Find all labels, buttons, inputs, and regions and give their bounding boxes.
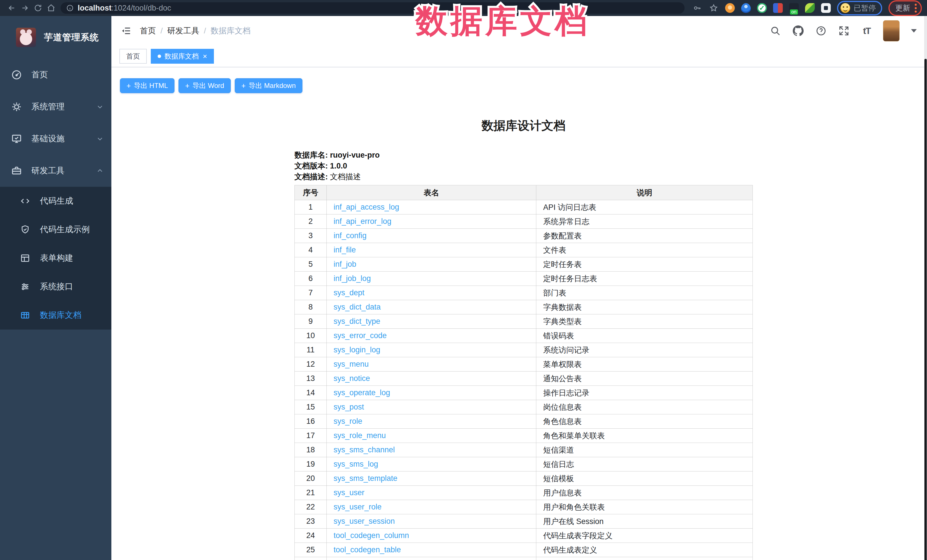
- table-name-link[interactable]: sys_role_menu: [334, 431, 386, 440]
- row-description: 系统访问记录: [536, 343, 753, 357]
- search-icon[interactable]: [769, 24, 782, 37]
- sidebar-item-label: 数据库文档: [40, 310, 104, 321]
- url-host: localhost: [78, 4, 112, 12]
- browser-home-button[interactable]: [44, 2, 58, 15]
- table-name-link[interactable]: sys_dict_type: [334, 317, 380, 326]
- table-name-link[interactable]: sys_user_role: [334, 502, 381, 511]
- table-name-link[interactable]: sys_login_log: [334, 346, 380, 354]
- table-row: 9sys_dict_type字典类型表: [295, 314, 753, 329]
- paused-chip[interactable]: 已暂停: [837, 1, 882, 15]
- export-html-button[interactable]: +导出 HTML: [120, 78, 175, 93]
- table-name-link[interactable]: inf_api_access_log: [334, 203, 399, 211]
- table-name-link[interactable]: tool_codegen_column: [334, 531, 409, 540]
- sidebar-item-home[interactable]: 首页: [0, 59, 111, 91]
- sidebar-item-api[interactable]: 系统接口: [0, 272, 111, 301]
- app-logo: [16, 28, 36, 47]
- sidebar-item-system[interactable]: 系统管理: [0, 91, 111, 123]
- table-name-link[interactable]: sys_dept: [334, 288, 365, 297]
- table-name-link[interactable]: sys_user: [334, 488, 365, 497]
- row-description: 字典类型表: [536, 557, 753, 560]
- table-name-link[interactable]: sys_role: [334, 417, 362, 425]
- tab-db-doc[interactable]: 数据库文档 ×: [151, 49, 214, 64]
- chevron-down-icon[interactable]: [911, 29, 917, 33]
- extension-check-icon[interactable]: [757, 3, 767, 13]
- table-row: 24tool_codegen_column代码生成表字段定义: [295, 528, 753, 543]
- sidebar-item-infra[interactable]: 基础设施: [0, 123, 111, 155]
- row-description: 角色和菜单关联表: [536, 429, 753, 443]
- table-row: 6inf_job_log定时任务日志表: [295, 272, 753, 286]
- table-name-link[interactable]: tool_codegen_table: [334, 545, 401, 554]
- row-index: 11: [295, 343, 327, 357]
- dashboard-icon: [10, 68, 23, 81]
- extension-grid-icon[interactable]: [773, 3, 783, 13]
- export-word-button[interactable]: +导出 Word: [178, 78, 231, 93]
- table-name-link[interactable]: inf_config: [334, 231, 367, 240]
- scrollbar-thumb[interactable]: [924, 59, 927, 560]
- breadcrumb: 首页 / 研发工具 / 数据库文档: [140, 26, 769, 36]
- breadcrumb-devtools: 研发工具: [167, 26, 199, 36]
- sliders-icon: [19, 281, 31, 293]
- help-icon[interactable]: [815, 24, 828, 37]
- sidebar: 芋道管理系统 首页 系统管理: [0, 16, 111, 560]
- table-name-link[interactable]: sys_sms_log: [334, 460, 378, 468]
- table-name-link[interactable]: sys_user_session: [334, 517, 395, 525]
- tab-home[interactable]: 首页: [119, 49, 147, 64]
- column-header-name: 表名: [327, 185, 536, 200]
- table-name-link[interactable]: sys_menu: [334, 360, 369, 369]
- row-description: 用户信息表: [536, 486, 753, 500]
- table-name-link[interactable]: inf_job_log: [334, 274, 371, 283]
- sidebar-item-devtools[interactable]: 研发工具: [0, 155, 111, 187]
- table-name-link[interactable]: sys_sms_channel: [334, 446, 395, 454]
- tables-overview-table: 序号 表名 说明 1inf_api_access_logAPI 访问日志表2in…: [295, 185, 753, 560]
- tab-close-icon[interactable]: ×: [203, 53, 207, 60]
- table-name-link[interactable]: inf_file: [334, 246, 356, 254]
- sidebar-item-form-builder[interactable]: 表单构建: [0, 244, 111, 272]
- browser-reload-button[interactable]: [31, 2, 44, 15]
- table-name-link[interactable]: inf_job: [334, 260, 356, 269]
- browser-update-chip[interactable]: 更新: [889, 0, 922, 16]
- app-header: 首页 / 研发工具 / 数据库文档: [111, 16, 927, 46]
- table-name-link[interactable]: sys_sms_template: [334, 474, 398, 483]
- github-icon[interactable]: [792, 24, 805, 37]
- password-key-icon[interactable]: [692, 3, 702, 13]
- table-name-link[interactable]: sys_notice: [334, 374, 370, 382]
- address-bar[interactable]: localhost:1024/tool/db-doc: [61, 2, 685, 14]
- extensions-puzzle-icon[interactable]: [821, 3, 831, 13]
- table-name-link[interactable]: sys_post: [334, 403, 364, 411]
- page-scrollbar[interactable]: [924, 16, 927, 560]
- table-name-link[interactable]: inf_api_error_log: [334, 217, 392, 226]
- table-name-link[interactable]: sys_error_code: [334, 331, 387, 340]
- extension-on-badge-icon[interactable]: [789, 3, 799, 13]
- site-info-icon[interactable]: [66, 4, 74, 12]
- document-title: 数据库设计文档: [295, 118, 752, 134]
- extension-pin-icon[interactable]: [741, 3, 751, 13]
- table-row: 12sys_menu菜单权限表: [295, 357, 753, 372]
- row-description: 字典类型表: [536, 314, 753, 329]
- row-description: 定时任务日志表: [536, 272, 753, 286]
- export-markdown-button[interactable]: +导出 Markdown: [235, 78, 302, 93]
- sidebar-item-db-doc[interactable]: 数据库文档: [0, 301, 111, 329]
- table-row: 14sys_operate_log操作日志记录: [295, 386, 753, 400]
- font-size-icon[interactable]: tT: [860, 24, 873, 37]
- row-description: 代码生成表字段定义: [536, 528, 753, 543]
- sidebar-logo-row[interactable]: 芋道管理系统: [0, 16, 111, 59]
- document-meta: 数据库名: ruoyi-vue-pro 文档版本: 1.0.0 文档描述: 文档…: [295, 150, 752, 182]
- sidebar-fold-icon[interactable]: [119, 24, 133, 38]
- extension-leaf-icon[interactable]: [805, 3, 815, 13]
- fullscreen-icon[interactable]: [837, 24, 851, 37]
- export-button-row: +导出 HTML +导出 Word +导出 Markdown: [120, 78, 927, 93]
- extension-icon[interactable]: [725, 3, 735, 13]
- browser-back-button[interactable]: [5, 2, 18, 15]
- sidebar-item-label: 基础设施: [31, 133, 96, 144]
- table-row: 21sys_user用户信息表: [295, 486, 753, 500]
- avatar[interactable]: [883, 20, 900, 41]
- breadcrumb-home[interactable]: 首页: [140, 26, 156, 36]
- breadcrumb-current: 数据库文档: [211, 26, 251, 36]
- table-name-link[interactable]: sys_operate_log: [334, 389, 390, 397]
- sidebar-item-codegen[interactable]: 代码生成: [0, 187, 111, 216]
- table-name-link[interactable]: sys_dict_data: [334, 303, 381, 311]
- browser-menu-icon[interactable]: [915, 4, 917, 12]
- browser-forward-button[interactable]: [18, 2, 31, 15]
- sidebar-item-codegen-demo[interactable]: 代码生成示例: [0, 216, 111, 244]
- bookmark-star-icon[interactable]: [708, 3, 719, 13]
